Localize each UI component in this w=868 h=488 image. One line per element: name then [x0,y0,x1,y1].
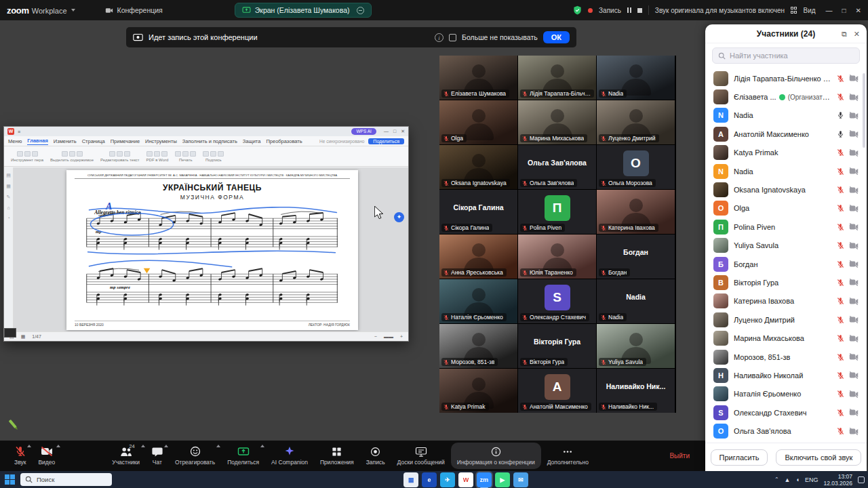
notification-center-icon[interactable] [858,476,865,483]
original-audio-status[interactable]: Звук оригинала для музыкантов включен [655,7,785,14]
apps-button[interactable]: Приложения [314,441,360,471]
wps-ribbon-tab[interactable]: Страница [82,138,105,144]
info-icon[interactable]: i [435,33,443,42]
video-tile[interactable]: Сікора Галина Сікора Галина [439,190,517,234]
stop-recording-icon[interactable] [637,8,642,13]
participant-row[interactable]: Oksana Ignatovskaya [705,180,867,199]
search-input[interactable] [730,52,854,60]
participant-row[interactable]: O Olga [705,199,867,218]
wps-ribbon-tab[interactable]: Защита [243,138,261,144]
taskbar-app-icon[interactable]: ✈ [440,472,455,487]
zoom-in-button[interactable]: + [400,334,403,339]
leave-button[interactable]: Выйти [663,441,696,471]
tab-conference[interactable]: Конференция [98,3,170,18]
chat-button[interactable]: Чат [146,441,169,471]
participants-options-caret[interactable] [141,445,145,447]
network-icon[interactable]: ▲ [785,476,791,483]
wps-ribbon-tab[interactable]: Примечание [111,138,140,144]
audio-options-caret[interactable] [27,445,31,447]
participant-row[interactable]: O Ольга Зав'ялова [705,422,867,440]
participant-search[interactable] [712,47,860,64]
zoom-workplace-logo[interactable]: zoom Workplace [7,5,75,16]
taskbar-clock[interactable]: 13:07 12.03.2026 [823,473,852,487]
language-indicator[interactable]: ENG [805,476,818,483]
wps-close[interactable]: ✕ [401,129,405,134]
video-tile[interactable]: П Polina Piven Polina Piven [518,190,596,234]
taskbar-app-icon[interactable]: ✉ [513,472,528,487]
ai-companion-button[interactable]: AI Companion [265,441,314,471]
zoom-slider[interactable]: ▬▬ [384,334,393,339]
participant-row[interactable]: Yuliya Savula [705,237,867,255]
participant-row[interactable]: Н Наливайко Николай [705,366,867,384]
wps-ribbon-tab[interactable]: Инструменты [145,138,177,144]
wps-ribbon-tab[interactable]: Меню [8,138,22,144]
video-options-caret[interactable] [56,445,60,447]
share-options-caret[interactable] [260,445,264,447]
video-tile[interactable]: Луценко Дмитрий Луценко Дмитрий [597,100,675,144]
taskbar-app-icon[interactable]: W [458,472,473,487]
video-tile[interactable]: Nadia Nadia [597,56,675,100]
whiteboards-button[interactable]: Доски сообщений [391,441,451,471]
unmute-button[interactable]: Включить свой звук [776,449,861,466]
participants-button[interactable]: 24 Участники [106,441,146,471]
video-button[interactable]: Видео [32,441,61,471]
popout-icon[interactable]: ⧉ [842,30,847,39]
view-button[interactable]: Вид [803,7,815,14]
status-icon[interactable]: ▦ [21,334,26,340]
video-tile[interactable]: Катерина Івахова Катерина Івахова [597,190,675,234]
video-tile[interactable]: Вікторія Гура Вікторія Гура [518,324,596,368]
wps-minimize[interactable]: — [384,129,389,134]
security-shield-icon[interactable] [573,5,582,15]
chat-options-caret[interactable] [164,445,168,447]
taskbar-app-icon[interactable]: ▦ [403,472,418,487]
participant-row[interactable]: A Анатолій Максименко [705,125,867,143]
video-tile[interactable]: Юлія Тараненко Юлія Тараненко [518,235,596,279]
close-button[interactable]: ✕ [856,7,861,14]
participant-row[interactable]: S Олександр Стахевич [705,403,867,422]
tray-expand-icon[interactable]: ⌃ [774,476,779,483]
wps-ribbon-tab[interactable]: Преобразовать [266,138,302,144]
wps-ai-button[interactable]: WPS AI [351,128,376,135]
wps-ribbon-tab[interactable]: Главная [27,138,48,145]
more-button[interactable]: Дополнительно [541,441,595,471]
taskbar-app-icon[interactable]: e [422,472,437,487]
participant-row[interactable]: Марина Михаськова [705,329,867,347]
video-tile[interactable]: Yuliya Savula Yuliya Savula [597,324,675,368]
audio-button[interactable]: Звук [8,441,32,471]
ribbon-group[interactable]: Печать [175,151,196,162]
ribbon-group[interactable]: Выделить содержимое [50,151,94,162]
wps-menu-glyph[interactable]: ≡ [18,129,20,134]
scrollbar[interactable] [863,73,865,148]
wps-share-button[interactable]: Поделиться [368,138,404,144]
video-tile[interactable]: Oksana Ignatovskaya Oksana Ignatovskaya [439,145,517,189]
participant-row[interactable]: Лідія Тарапата-Більченко (Я) [705,69,867,87]
video-tile[interactable]: Лідія Тарапата-Більчен... Лідія Тарапата… [518,56,596,100]
taskbar-search[interactable]: Поиск [20,473,112,486]
participant-row[interactable]: Луценко Дмитрий [705,310,867,329]
wps-ribbon-tab[interactable]: Изменить [54,138,77,144]
reactions-button[interactable]: Отреагировать [169,441,221,471]
participant-row[interactable]: Katya Primak [705,144,867,162]
video-tile[interactable]: Наталія Єрьоменко Наталія Єрьоменко [439,279,517,323]
video-tile[interactable]: Анна Яреськовська Анна Яреськовська [439,235,517,279]
participant-row[interactable]: В Вікторія Гура [705,273,867,291]
video-tile[interactable]: Марина Михаськова Марина Михаськова [518,100,596,144]
taskbar-app-icon[interactable]: ▶ [495,472,510,487]
wps-ai-floating-button[interactable]: ✦ [394,212,404,222]
video-tile[interactable]: Наливайко Ник... Наливайко Ник... [597,369,675,413]
record-button[interactable]: Запись [360,441,391,471]
ribbon-group[interactable]: PDF в Word [146,151,169,162]
participant-row[interactable]: Єлізавета ...(Организатор) [705,87,867,106]
participant-row[interactable]: Наталія Єрьоменко [705,385,867,403]
video-tile[interactable]: Богдан Богдан [597,235,675,279]
participant-row[interactable]: Морозов, 851-зв [705,348,867,366]
ribbon-group[interactable]: Инструмент пера [11,151,43,162]
volume-icon[interactable]: ◖ [796,476,800,483]
participant-row[interactable]: N Nadia [705,106,867,125]
close-panel-icon[interactable]: ✕ [854,30,860,39]
dont-show-checkbox[interactable] [449,34,456,41]
collapse-tab-icon[interactable] [357,7,364,14]
zoom-out-button[interactable]: − [374,334,377,339]
ribbon-group[interactable]: Редактировать текст [100,151,140,162]
wps-maximize[interactable]: □ [393,129,396,134]
